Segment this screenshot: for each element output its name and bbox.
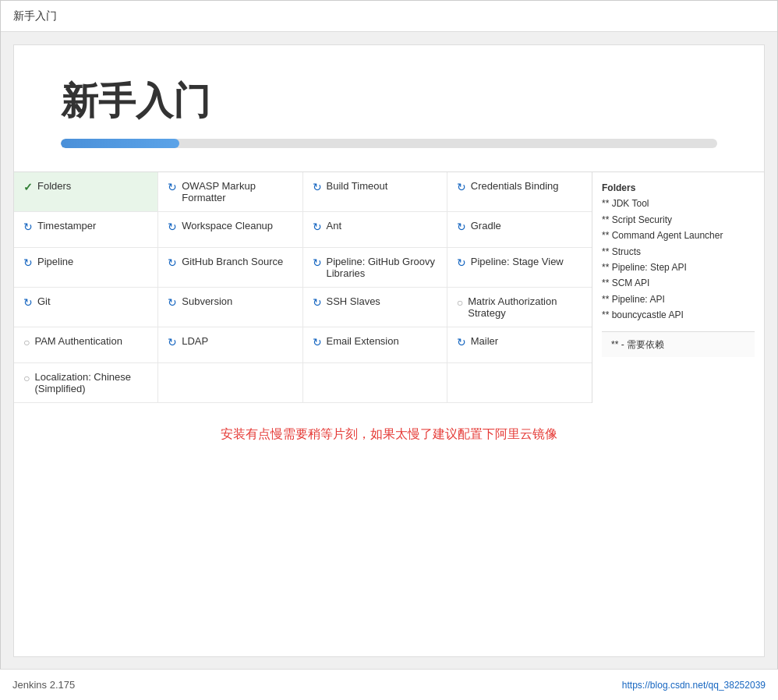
plugin-name: Subversion	[182, 295, 232, 307]
plugin-name: PAM Authentication	[34, 335, 122, 347]
plugin-cell-ant[interactable]: ↻ Ant	[303, 212, 447, 248]
plugin-cell-gradle[interactable]: ↻ Gradle	[447, 212, 592, 248]
refresh-icon: ↻	[23, 256, 33, 269]
plugin-cell-mailer[interactable]: ↻ Mailer	[447, 327, 592, 363]
plugin-name: Pipeline: Stage View	[471, 256, 564, 267]
plugin-cell-empty-3	[447, 363, 592, 403]
plugin-name: Git	[37, 295, 51, 307]
plugin-name: Workspace Cleanup	[182, 220, 273, 232]
refresh-icon: ↻	[23, 221, 33, 233]
check-icon: ✓	[23, 181, 33, 193]
plugin-name: Pipeline: GitHub Groovy Libraries	[327, 256, 437, 279]
sidebar-item: ** SCM API	[602, 275, 755, 291]
plugin-cell-build-timeout[interactable]: ↻ Build Timeout	[303, 172, 447, 212]
refresh-icon: ↻	[313, 221, 322, 233]
plugin-cell-pipeline-groovy[interactable]: ↻ Pipeline: GitHub Groovy Libraries	[303, 248, 447, 288]
refresh-icon: ↻	[168, 181, 177, 193]
plugin-name: Ant	[327, 220, 342, 232]
refresh-icon: ↻	[313, 256, 322, 269]
plugin-name: Folders	[37, 180, 71, 192]
plugin-name: Localization: Chinese (Simplified)	[34, 371, 148, 394]
plugin-cell-owasp[interactable]: ↻ OWASP Markup Formatter	[158, 172, 302, 212]
plugin-cell-credentials[interactable]: ↻ Credentials Binding	[447, 172, 592, 212]
sidebar-item: ** Command Agent Launcher	[602, 228, 755, 243]
header-section: 新手入门	[14, 45, 764, 171]
sidebar-item: ** bouncycastle API	[602, 307, 755, 323]
plugin-name: Matrix Authorization Strategy	[468, 295, 582, 319]
refresh-icon: ↻	[457, 181, 466, 193]
plugin-name: GitHub Branch Source	[182, 256, 283, 267]
plugin-name: Email Extension	[327, 335, 399, 347]
plugin-cell-empty-2	[303, 363, 447, 403]
progress-bar-fill	[61, 139, 179, 148]
plugin-name: Credentials Binding	[471, 180, 559, 192]
plugin-cell-localization[interactable]: ○ Localization: Chinese (Simplified)	[14, 363, 158, 403]
plugin-cell-email-ext[interactable]: ↻ Email Extension	[303, 327, 447, 363]
plugin-name: Gradle	[471, 220, 501, 232]
refresh-icon: ↻	[457, 336, 466, 348]
plugin-cell-timestamper[interactable]: ↻ Timestamper	[14, 212, 158, 248]
footer: Jenkins 2.175 https://blog.csdn.net/qq_3…	[0, 669, 778, 700]
plugin-cell-matrix-auth[interactable]: ○ Matrix Authorization Strategy	[447, 288, 592, 327]
plugin-cell-pam-auth[interactable]: ○ PAM Authentication	[14, 327, 158, 363]
plugin-name: Mailer	[471, 335, 498, 347]
circle-icon: ○	[23, 372, 30, 384]
jenkins-version: Jenkins 2.175	[12, 679, 75, 691]
sidebar-item: ** Script Security	[602, 212, 755, 228]
refresh-icon: ↻	[457, 221, 466, 233]
bottom-section: 安装有点慢需要稍等片刻，如果太慢了建议配置下阿里云镜像	[14, 403, 764, 466]
circle-icon: ○	[23, 336, 30, 348]
plugin-name: Pipeline	[37, 256, 73, 267]
sidebar-items: ** JDK Tool** Script Security** Command …	[602, 196, 755, 323]
plugin-cell-folders[interactable]: ✓ Folders	[14, 172, 158, 212]
plugin-name: Build Timeout	[327, 180, 388, 192]
sidebar-title: Folders	[602, 180, 755, 196]
plugin-cell-workspace[interactable]: ↻ Workspace Cleanup	[158, 212, 302, 248]
install-note: 安装有点慢需要稍等片刻，如果太慢了建议配置下阿里云镜像	[61, 426, 717, 443]
refresh-icon: ↻	[313, 296, 322, 309]
plugin-cell-empty-1	[158, 363, 302, 403]
circle-icon: ○	[457, 296, 463, 309]
plugin-cell-github-branch[interactable]: ↻ GitHub Branch Source	[158, 248, 302, 288]
progress-bar-container	[61, 139, 717, 148]
plugin-cell-subversion[interactable]: ↻ Subversion	[158, 288, 302, 327]
plugin-cell-ldap[interactable]: ↻ LDAP	[158, 327, 302, 363]
plugin-name: OWASP Markup Formatter	[182, 180, 292, 203]
refresh-icon: ↻	[313, 181, 322, 193]
refresh-icon: ↻	[168, 256, 177, 269]
plugin-name: Timestamper	[37, 220, 96, 232]
refresh-icon: ↻	[168, 221, 177, 233]
deps-note: ** - 需要依赖	[602, 331, 755, 357]
plugin-cell-pipeline[interactable]: ↻ Pipeline	[14, 248, 158, 288]
plugin-grid: ✓ Folders ↻ OWASP Markup Formatter ↻ Bui…	[14, 172, 592, 403]
plugin-name: SSH Slaves	[327, 295, 380, 307]
plugin-cell-git[interactable]: ↻ Git	[14, 288, 158, 327]
refresh-icon: ↻	[457, 256, 466, 269]
sidebar-item: ** Structs	[602, 244, 755, 260]
plugin-cell-ssh-slaves[interactable]: ↻ SSH Slaves	[303, 288, 447, 327]
main-content: 新手入门 ✓ Folders ↻ OWASP Markup Formatter …	[13, 44, 765, 657]
plugin-cell-pipeline-stage[interactable]: ↻ Pipeline: Stage View	[447, 248, 592, 288]
sidebar-item: ** JDK Tool	[602, 196, 755, 211]
plugin-section: ✓ Folders ↻ OWASP Markup Formatter ↻ Bui…	[14, 171, 764, 403]
page-title: 新手入门	[61, 76, 717, 126]
footer-link[interactable]: https://blog.csdn.net/qq_38252039	[622, 680, 766, 691]
refresh-icon: ↻	[168, 296, 177, 309]
sidebar-item: ** Pipeline: Step API	[602, 260, 755, 275]
top-bar: 新手入门	[1, 1, 777, 32]
refresh-icon: ↻	[23, 296, 33, 309]
top-bar-title: 新手入门	[13, 9, 57, 23]
refresh-icon: ↻	[168, 336, 177, 348]
refresh-icon: ↻	[313, 336, 322, 348]
sidebar-info: Folders ** JDK Tool** Script Security** …	[592, 172, 764, 403]
plugin-name: LDAP	[182, 335, 208, 347]
sidebar-item: ** Pipeline: API	[602, 292, 755, 307]
